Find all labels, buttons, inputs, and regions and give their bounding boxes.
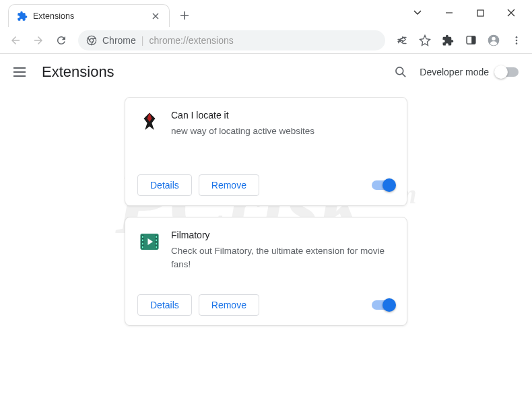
hamburger-menu-icon[interactable] [13, 64, 30, 80]
extension-description: Check out Filmatory, the ultimate extens… [171, 244, 395, 272]
tab-strip: Extensions [8, 4, 194, 27]
svg-rect-21 [156, 246, 157, 248]
extension-description: new way of locating active websites [171, 125, 395, 138]
search-icon[interactable] [393, 64, 409, 80]
enable-toggle[interactable] [372, 300, 395, 310]
maximize-button[interactable] [465, 0, 496, 26]
reload-button[interactable] [51, 30, 71, 50]
address-separator: | [141, 35, 144, 46]
extension-list: Can I locate it new way of locating acti… [0, 93, 532, 330]
back-button[interactable] [5, 30, 26, 50]
svg-rect-14 [142, 236, 143, 238]
svg-point-8 [516, 39, 518, 41]
svg-rect-4 [471, 36, 475, 44]
sidepanel-icon[interactable] [461, 30, 481, 50]
page-header: Extensions Developer mode [0, 54, 532, 93]
details-button[interactable]: Details [137, 174, 192, 196]
tabs-dropdown-icon[interactable] [409, 0, 426, 26]
extension-icon [137, 230, 162, 254]
svg-rect-19 [156, 240, 157, 242]
extension-name: Can I locate it [171, 110, 395, 121]
chrome-icon [86, 35, 97, 46]
browser-toolbar: Chrome | chrome://extensions [0, 27, 532, 54]
developer-mode-label: Developer mode [420, 67, 489, 77]
profile-icon[interactable] [484, 30, 504, 50]
address-origin-label: Chrome [102, 35, 136, 46]
developer-mode-toggle[interactable] [496, 67, 519, 77]
remove-button[interactable]: Remove [199, 294, 259, 316]
svg-rect-18 [156, 236, 157, 238]
minimize-button[interactable] [434, 0, 465, 26]
address-bar[interactable]: Chrome | chrome://extensions [78, 30, 385, 50]
svg-rect-15 [142, 240, 143, 242]
extension-card: Filmatory Check out Filmatory, the ultim… [125, 217, 407, 326]
kebab-menu-icon[interactable] [506, 30, 527, 50]
tab-title: Extensions [33, 11, 150, 21]
close-tab-icon[interactable] [150, 11, 161, 22]
puzzle-icon [17, 11, 28, 22]
extension-name: Filmatory [171, 230, 395, 240]
extension-card: Can I locate it new way of locating acti… [125, 97, 407, 206]
new-tab-button[interactable] [175, 6, 194, 25]
svg-rect-0 [477, 10, 484, 16]
svg-point-6 [492, 36, 496, 40]
svg-point-9 [516, 42, 518, 44]
svg-rect-20 [156, 243, 157, 245]
extensions-icon[interactable] [438, 30, 458, 50]
browser-tab[interactable]: Extensions [8, 4, 170, 27]
remove-button[interactable]: Remove [199, 174, 259, 196]
address-url: chrome://extensions [149, 35, 233, 46]
extension-icon [137, 110, 162, 134]
bookmark-icon[interactable] [415, 30, 435, 50]
svg-point-7 [516, 36, 518, 38]
svg-rect-17 [142, 246, 143, 248]
details-button[interactable]: Details [137, 294, 192, 316]
page-title: Extensions [42, 63, 114, 81]
enable-toggle[interactable] [372, 180, 395, 190]
share-icon[interactable] [392, 30, 412, 50]
svg-rect-16 [142, 243, 143, 245]
close-window-button[interactable] [496, 0, 527, 26]
forward-button[interactable] [28, 30, 48, 50]
